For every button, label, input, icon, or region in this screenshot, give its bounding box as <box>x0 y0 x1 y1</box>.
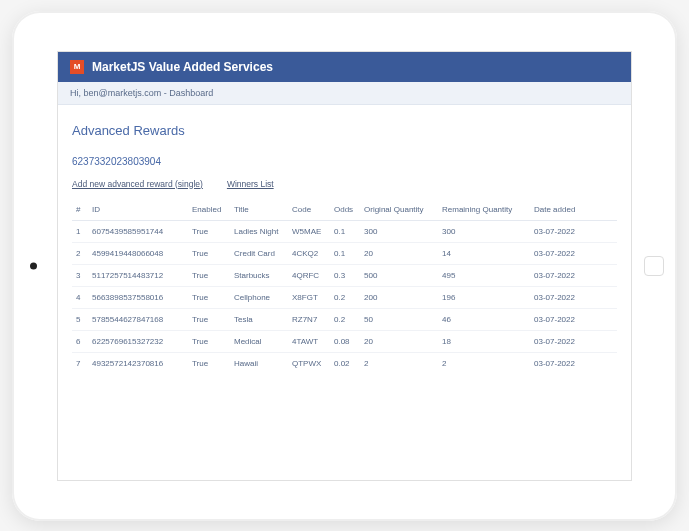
cell-id: 5663898537558016 <box>88 286 188 308</box>
cell-code: QTPWX <box>288 352 330 374</box>
home-button[interactable] <box>644 256 664 276</box>
cell-num: 5 <box>72 308 88 330</box>
screen: M MarketJS Value Added Services Hi, ben@… <box>57 51 632 481</box>
cell-oqty: 20 <box>360 330 438 352</box>
cell-rqty: 196 <box>438 286 530 308</box>
col-num: # <box>72 199 88 221</box>
table-row[interactable]: 74932572142370816TrueHawaiiQTPWX0.022203… <box>72 352 617 374</box>
cell-rqty: 2 <box>438 352 530 374</box>
action-links: Add new advanced reward (single) Winners… <box>72 179 617 189</box>
cell-code: 4QRFC <box>288 264 330 286</box>
col-oqty: Original Quantity <box>360 199 438 221</box>
cell-date: 03-07-2022 <box>530 264 617 286</box>
col-date: Date added <box>530 199 617 221</box>
cell-rqty: 14 <box>438 242 530 264</box>
table-row[interactable]: 45663898537558016TrueCellphoneX8FGT0.220… <box>72 286 617 308</box>
table-row[interactable]: 66225769615327232TrueMedical4TAWT0.08201… <box>72 330 617 352</box>
camera-icon <box>30 262 37 269</box>
cell-enabled: True <box>188 352 230 374</box>
table-row[interactable]: 55785544627847168TrueTeslaRZ7N70.2504603… <box>72 308 617 330</box>
add-reward-link[interactable]: Add new advanced reward (single) <box>72 179 203 189</box>
cell-title: Tesla <box>230 308 288 330</box>
cell-enabled: True <box>188 308 230 330</box>
cell-num: 2 <box>72 242 88 264</box>
cell-odds: 0.1 <box>330 242 360 264</box>
cell-num: 1 <box>72 220 88 242</box>
cell-enabled: True <box>188 242 230 264</box>
cell-id: 6075439585951744 <box>88 220 188 242</box>
cell-id: 4932572142370816 <box>88 352 188 374</box>
cell-date: 03-07-2022 <box>530 330 617 352</box>
campaign-id: 6237332023803904 <box>72 156 617 167</box>
cell-oqty: 2 <box>360 352 438 374</box>
cell-oqty: 500 <box>360 264 438 286</box>
cell-num: 6 <box>72 330 88 352</box>
cell-enabled: True <box>188 220 230 242</box>
breadcrumb: Hi, ben@marketjs.com - Dashboard <box>58 82 631 105</box>
cell-oqty: 200 <box>360 286 438 308</box>
cell-title: Hawaii <box>230 352 288 374</box>
cell-odds: 0.3 <box>330 264 360 286</box>
app-title: MarketJS Value Added Services <box>92 60 273 74</box>
col-title: Title <box>230 199 288 221</box>
cell-enabled: True <box>188 264 230 286</box>
cell-odds: 0.2 <box>330 308 360 330</box>
table-row[interactable]: 35117257514483712TrueStarbucks4QRFC0.350… <box>72 264 617 286</box>
table-row[interactable]: 24599419448066048TrueCredit Card4CKQ20.1… <box>72 242 617 264</box>
cell-title: Credit Card <box>230 242 288 264</box>
cell-odds: 0.02 <box>330 352 360 374</box>
cell-enabled: True <box>188 330 230 352</box>
cell-num: 3 <box>72 264 88 286</box>
cell-title: Medical <box>230 330 288 352</box>
cell-code: X8FGT <box>288 286 330 308</box>
cell-date: 03-07-2022 <box>530 352 617 374</box>
cell-oqty: 20 <box>360 242 438 264</box>
cell-title: Cellphone <box>230 286 288 308</box>
col-id: ID <box>88 199 188 221</box>
cell-enabled: True <box>188 286 230 308</box>
app-header: M MarketJS Value Added Services <box>58 52 631 82</box>
cell-date: 03-07-2022 <box>530 286 617 308</box>
col-enabled: Enabled <box>188 199 230 221</box>
cell-rqty: 18 <box>438 330 530 352</box>
cell-date: 03-07-2022 <box>530 242 617 264</box>
cell-code: W5MAE <box>288 220 330 242</box>
main-content: Advanced Rewards 6237332023803904 Add ne… <box>58 105 631 480</box>
cell-rqty: 300 <box>438 220 530 242</box>
cell-odds: 0.2 <box>330 286 360 308</box>
table-row[interactable]: 16075439585951744TrueLadies NightW5MAE0.… <box>72 220 617 242</box>
rewards-table: # ID Enabled Title Code Odds Original Qu… <box>72 199 617 374</box>
cell-code: 4TAWT <box>288 330 330 352</box>
cell-id: 4599419448066048 <box>88 242 188 264</box>
cell-num: 4 <box>72 286 88 308</box>
col-odds: Odds <box>330 199 360 221</box>
logo-icon: M <box>70 60 84 74</box>
cell-date: 03-07-2022 <box>530 308 617 330</box>
section-title: Advanced Rewards <box>72 123 617 138</box>
cell-title: Ladies Night <box>230 220 288 242</box>
cell-rqty: 495 <box>438 264 530 286</box>
cell-date: 03-07-2022 <box>530 220 617 242</box>
cell-code: 4CKQ2 <box>288 242 330 264</box>
cell-code: RZ7N7 <box>288 308 330 330</box>
table-header-row: # ID Enabled Title Code Odds Original Qu… <box>72 199 617 221</box>
cell-oqty: 50 <box>360 308 438 330</box>
cell-oqty: 300 <box>360 220 438 242</box>
cell-id: 5117257514483712 <box>88 264 188 286</box>
cell-odds: 0.1 <box>330 220 360 242</box>
tablet-frame: M MarketJS Value Added Services Hi, ben@… <box>12 11 677 521</box>
cell-id: 5785544627847168 <box>88 308 188 330</box>
cell-id: 6225769615327232 <box>88 330 188 352</box>
col-rqty: Remaining Quantity <box>438 199 530 221</box>
cell-rqty: 46 <box>438 308 530 330</box>
cell-odds: 0.08 <box>330 330 360 352</box>
cell-title: Starbucks <box>230 264 288 286</box>
col-code: Code <box>288 199 330 221</box>
winners-list-link[interactable]: Winners List <box>227 179 274 189</box>
cell-num: 7 <box>72 352 88 374</box>
